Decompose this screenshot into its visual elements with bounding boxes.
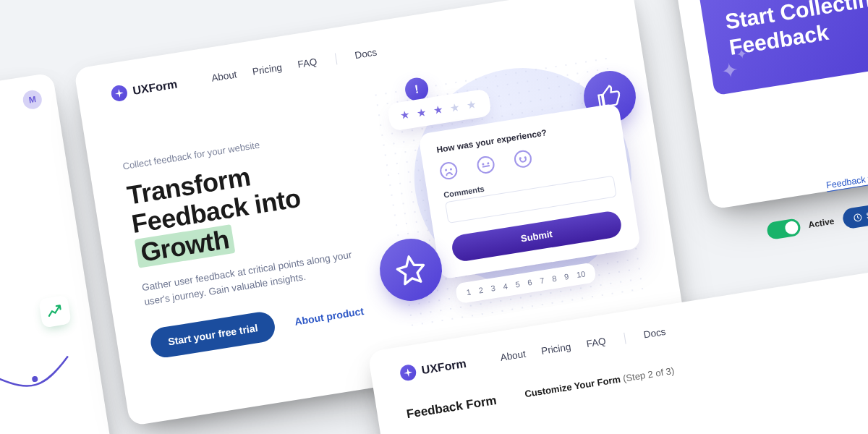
sparkle-icon — [399, 364, 417, 382]
nav-docs[interactable]: Docs — [643, 326, 667, 341]
about-product-link[interactable]: About product — [294, 305, 365, 328]
sad-face-icon[interactable] — [439, 161, 459, 180]
svg-point-3 — [32, 375, 38, 382]
feedback-widget-preview: How was your experience? Comments Submit — [418, 103, 641, 279]
nav-about[interactable]: About — [210, 69, 237, 84]
toggle-label: Active — [808, 216, 835, 230]
hero-illustration: ! ★ ★ ★ ★ ★ How was your experience? Com… — [370, 53, 647, 333]
brand-logo[interactable]: UXForm — [399, 356, 468, 382]
star-icon: ★ ★ ★ ★ ★ — [399, 98, 479, 122]
mini-line-chart — [0, 326, 85, 434]
brand-logo[interactable]: UXForm — [110, 76, 179, 102]
neutral-face-icon[interactable] — [476, 155, 495, 174]
active-toggle[interactable] — [766, 218, 801, 240]
promo-banner[interactable]: ✦ ✦ Start CollectingFeedback — [697, 0, 868, 95]
clock-icon — [852, 212, 863, 223]
sparkle-icon: ✦ — [735, 46, 748, 63]
builder-step: Customize Your Form (Step 2 of 3) — [524, 365, 676, 403]
nav-pricing[interactable]: Pricing — [252, 61, 283, 77]
nav-pricing[interactable]: Pricing — [540, 341, 571, 357]
builder-controls: Active Set a trigger — [765, 197, 868, 242]
set-trigger-button[interactable]: Set a trigger — [841, 197, 868, 229]
trend-up-icon — [38, 295, 72, 328]
builder-title: Feedback Form — [406, 393, 498, 422]
nav-links: About Pricing FAQ Docs — [210, 47, 378, 85]
avatar[interactable]: M — [22, 89, 43, 111]
nav-faq[interactable]: FAQ — [297, 56, 318, 71]
nav-separator — [335, 54, 337, 65]
nav-docs[interactable]: Docs — [354, 47, 378, 62]
sparkle-icon — [110, 84, 128, 102]
start-trial-button[interactable]: Start your free trial — [149, 310, 278, 360]
nav-about[interactable]: About — [500, 349, 527, 364]
nav-faq[interactable]: FAQ — [586, 336, 607, 350]
happy-face-icon[interactable] — [513, 149, 532, 169]
